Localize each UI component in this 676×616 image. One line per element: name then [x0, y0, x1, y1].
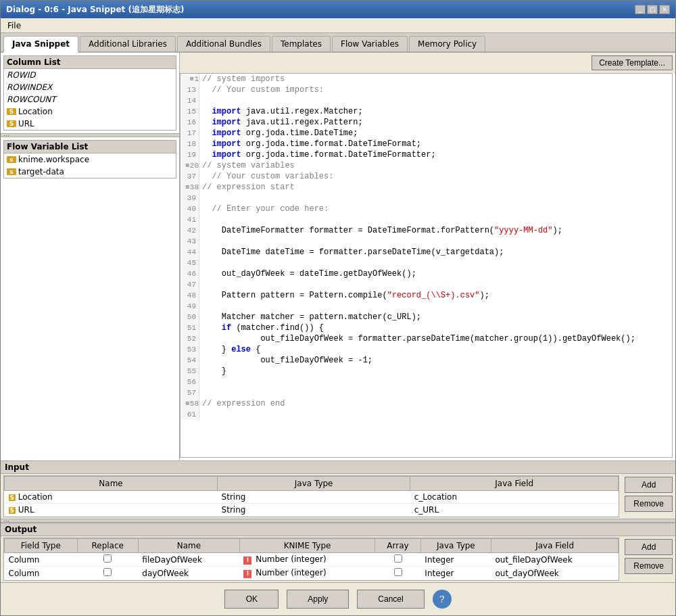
code-line: 16 import java.util.regex.Pattern;	[180, 117, 672, 128]
bottom-buttons: OK Apply Cancel ?	[1, 582, 675, 615]
col-header-knime-type: KNIME Type	[239, 539, 375, 553]
output-name-cell: dayOfWeek	[138, 567, 239, 580]
output-section-label: Output	[1, 523, 675, 536]
code-line: 54 out_fileDayOfWeek = -1;	[180, 355, 672, 366]
file-menu[interactable]: File	[3, 20, 25, 32]
code-line: 49	[180, 301, 672, 312]
code-line: 56	[180, 377, 672, 387]
col-header-java-type: Java Type	[218, 477, 410, 491]
code-area-wrapper: Create Template... ⊞1 // system imports …	[180, 53, 675, 460]
main-content: Column List ROWID ROWINDEX ROWCOUNT S Lo…	[1, 53, 675, 615]
tab-memory-policy[interactable]: Memory Policy	[409, 36, 485, 51]
output-table: Field Type Replace Name KNIME Type Array…	[4, 538, 619, 580]
code-line: 51 if (matcher.find()) {	[180, 323, 672, 333]
code-line: 45	[180, 258, 672, 268]
tab-additional-bundles[interactable]: Additional Bundles	[177, 36, 270, 51]
list-item: s knime.workspace	[4, 153, 176, 166]
replace-checkbox[interactable]	[103, 568, 112, 576]
output-java-type-cell: Integer	[420, 567, 491, 580]
code-line: ⊞58 // expression end	[180, 398, 672, 409]
list-item: ROWCOUNT	[4, 93, 176, 105]
apply-button[interactable]: Apply	[287, 590, 349, 609]
tab-flow-variables[interactable]: Flow Variables	[332, 36, 408, 51]
col-header-replace: Replace	[77, 539, 138, 553]
col-header-java-field: Java Field	[491, 539, 618, 553]
tab-additional-libraries[interactable]: Additional Libraries	[80, 36, 176, 51]
resize-bar-1[interactable]: ⋯	[1, 133, 179, 137]
col-header-name: Name	[5, 477, 218, 491]
type-badge: S	[7, 120, 16, 127]
input-add-button[interactable]: Add	[625, 477, 673, 493]
code-line: 18 import org.joda.time.format.DateTimeF…	[180, 139, 672, 149]
create-template-button[interactable]: Create Template...	[592, 55, 673, 70]
input-remove-button[interactable]: Remove	[625, 496, 673, 512]
knime-type-icon: I	[243, 570, 251, 578]
tab-java-snippet[interactable]: Java Snippet	[3, 36, 78, 53]
output-java-field-cell: out_dayOfWeek	[491, 567, 618, 580]
output-btn-panel: Add Remove	[622, 536, 675, 577]
output-replace-cell[interactable]	[77, 553, 138, 567]
input-java-field-cell: c_Location	[410, 491, 619, 504]
type-badge: s	[7, 168, 16, 175]
output-knime-type-cell: I Number (integer)	[239, 567, 375, 580]
code-line: 41	[180, 214, 672, 225]
code-line: 57	[180, 387, 672, 398]
main-window: Dialog - 0:6 - Java Snippet (追加星期标志) _ □…	[0, 0, 676, 616]
array-checkbox[interactable]	[394, 554, 402, 563]
output-table-wrap: Field Type Replace Name KNIME Type Array…	[1, 536, 622, 582]
output-array-cell[interactable]	[375, 553, 421, 567]
replace-checkbox[interactable]	[103, 554, 112, 563]
code-line: 42 DateTimeFormatter formatter = DateTim…	[180, 225, 672, 236]
ok-button[interactable]: OK	[224, 590, 279, 609]
input-section: Name Java Type Java Field S Location	[1, 474, 675, 519]
input-name-cell: S Location	[5, 491, 218, 504]
code-editor[interactable]: ⊞1 // system imports 13 // Your custom i…	[180, 73, 673, 458]
code-line: 50 Matcher matcher = pattern.matcher(c_U…	[180, 312, 672, 323]
code-line: 46 out_dayOfWeek = dateTime.getDayOfWeek…	[180, 268, 672, 279]
input-section-label: Input	[1, 460, 675, 474]
output-remove-button[interactable]: Remove	[625, 558, 673, 574]
output-field-type-cell: Column	[5, 553, 78, 567]
list-item: S URL	[4, 118, 176, 130]
col-header-java-type: Java Type	[420, 539, 491, 553]
help-button[interactable]: ?	[433, 590, 452, 609]
code-line: 47	[180, 279, 672, 290]
type-badge: S	[9, 494, 16, 501]
output-java-field-cell: out_fileDayOfWeek	[491, 553, 618, 567]
col-header-java-field: Java Field	[410, 477, 619, 491]
input-btn-panel: Add Remove	[622, 474, 675, 515]
output-add-button[interactable]: Add	[625, 539, 673, 555]
input-name-cell: S URL	[5, 504, 218, 517]
code-line: 19 import org.joda.time.format.DateTimeF…	[180, 149, 672, 160]
flow-variable-list-header: Flow Variable List	[4, 141, 176, 153]
output-java-type-cell: Integer	[420, 553, 491, 567]
close-button[interactable]: ✕	[659, 5, 670, 14]
input-table-container[interactable]: Name Java Type Java Field S Location	[3, 475, 619, 517]
window-title: Dialog - 0:6 - Java Snippet (追加星期标志)	[6, 4, 184, 16]
code-line: 55 }	[180, 366, 672, 377]
minimize-button[interactable]: _	[635, 5, 646, 14]
maximize-button[interactable]: □	[647, 5, 658, 14]
output-array-cell[interactable]	[375, 567, 421, 580]
code-line: 44 DateTime dateTime = formatter.parseDa…	[180, 247, 672, 258]
output-table-container[interactable]: Field Type Replace Name KNIME Type Array…	[3, 538, 619, 581]
output-knime-type-cell: I Number (integer)	[239, 553, 375, 567]
array-checkbox[interactable]	[394, 568, 402, 576]
title-bar: Dialog - 0:6 - Java Snippet (追加星期标志) _ □…	[1, 1, 675, 18]
table-row: S URL String c_URL	[5, 504, 619, 517]
table-row: S Location String c_Location	[5, 491, 619, 504]
input-table: Name Java Type Java Field S Location	[4, 476, 619, 517]
output-replace-cell[interactable]	[77, 567, 138, 580]
code-line: 17 import org.joda.time.DateTime;	[180, 128, 672, 139]
code-line: 52 out_fileDayOfWeek = formatter.parseDa…	[180, 333, 672, 344]
code-line: 39	[180, 193, 672, 204]
cancel-button[interactable]: Cancel	[357, 590, 424, 609]
column-list-section: Column List ROWID ROWINDEX ROWCOUNT S Lo…	[3, 55, 176, 131]
flow-variable-list-section: Flow Variable List s knime.workspace s t…	[3, 140, 176, 179]
knime-type-icon: I	[243, 556, 251, 565]
list-item: s target-data	[4, 166, 176, 178]
col-header-array: Array	[375, 539, 421, 553]
menu-bar: File	[1, 18, 675, 33]
tab-templates[interactable]: Templates	[272, 36, 331, 51]
type-badge: S	[9, 507, 16, 514]
